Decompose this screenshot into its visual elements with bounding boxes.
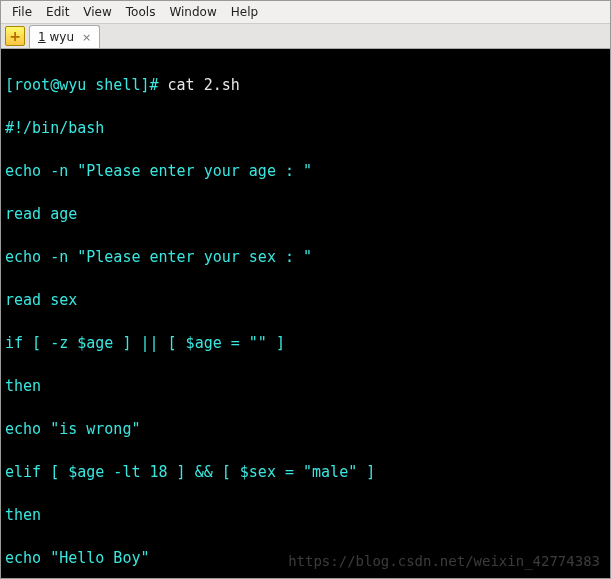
close-icon[interactable]: × — [80, 31, 93, 44]
tab-1-wyu[interactable]: 1 wyu × — [29, 25, 100, 48]
script-line: echo "Hello Boy" — [5, 548, 606, 570]
script-line: echo -n "Please enter your sex : " — [5, 247, 606, 269]
menu-edit[interactable]: Edit — [39, 1, 76, 23]
terminal-window: File Edit View Tools Window Help + 1 wyu… — [0, 0, 611, 579]
script-line: read age — [5, 204, 606, 226]
plus-icon: + — [9, 29, 21, 43]
script-line: then — [5, 376, 606, 398]
menu-tools[interactable]: Tools — [119, 1, 163, 23]
new-tab-button[interactable]: + — [5, 26, 25, 46]
menu-file[interactable]: File — [5, 1, 39, 23]
script-line: echo -n "Please enter your age : " — [5, 161, 606, 183]
script-line: #!/bin/bash — [5, 118, 606, 140]
script-line: elif [ $age -lt 18 ] && [ $sex = "male" … — [5, 462, 606, 484]
script-line: then — [5, 505, 606, 527]
terminal[interactable]: [root@wyu shell]# cat 2.sh #!/bin/bash e… — [1, 49, 610, 578]
menu-help[interactable]: Help — [224, 1, 265, 23]
command: cat 2.sh — [168, 76, 240, 94]
menubar: File Edit View Tools Window Help — [1, 1, 610, 24]
prompt: [root@wyu shell]# — [5, 76, 168, 94]
tabbar: + 1 wyu × — [1, 24, 610, 49]
script-line: if [ -z $age ] || [ $age = "" ] — [5, 333, 606, 355]
tab-label: 1 wyu — [38, 30, 74, 44]
script-line: read sex — [5, 290, 606, 312]
menu-view[interactable]: View — [76, 1, 118, 23]
menu-window[interactable]: Window — [162, 1, 223, 23]
script-line: echo "is wrong" — [5, 419, 606, 441]
